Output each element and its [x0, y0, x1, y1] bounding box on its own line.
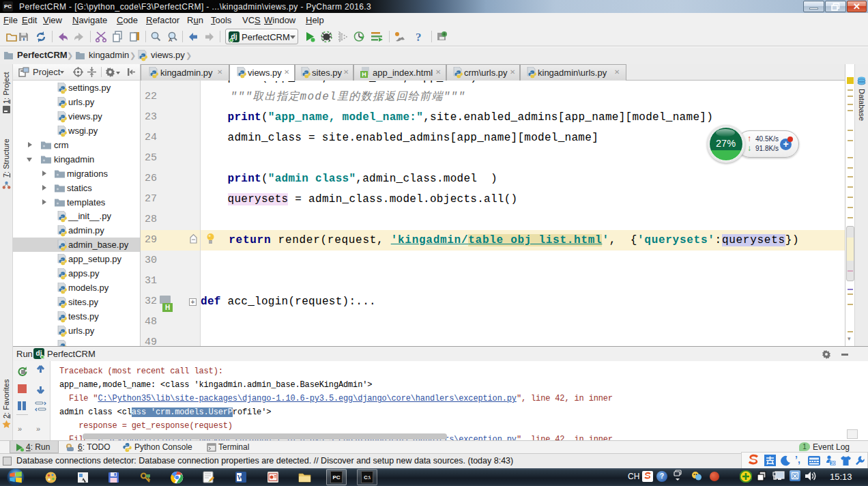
svg-text:30: 30 — [830, 461, 836, 466]
svg-text:H: H — [362, 71, 366, 78]
svg-text:?: ? — [416, 31, 422, 44]
svg-text:A: A — [169, 37, 173, 43]
svg-text:W: W — [237, 474, 244, 481]
